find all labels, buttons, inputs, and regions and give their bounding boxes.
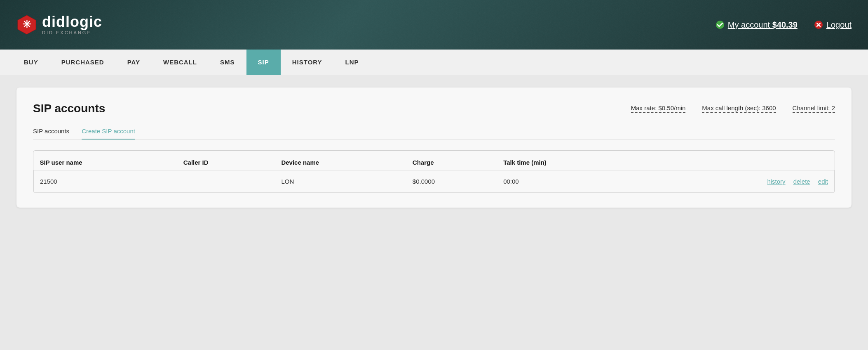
header: ✳ didlogic DID EXCHANGE My account $40.3… [0,0,868,50]
account-label: My account $40.39 [728,20,798,30]
nav-pay[interactable]: PAY [116,50,152,75]
nav-sms[interactable]: SMS [209,50,246,75]
max-rate-stat[interactable]: Max rate: $0.50/min [631,104,686,113]
sip-card: SIP accounts Max rate: $0.50/min Max cal… [16,88,852,208]
col-charge: Charge [406,155,497,170]
sip-table: SIP user name Caller ID Device name Char… [33,155,835,193]
main-content: SIP accounts Max rate: $0.50/min Max cal… [0,75,868,220]
svg-text:✳: ✳ [22,18,31,31]
x-icon [814,20,823,29]
cell-talk-time: 00:00 [497,170,642,193]
logo: ✳ didlogic DID EXCHANGE [16,14,102,35]
tab-create-sip[interactable]: Create SIP account [82,128,135,140]
max-call-length-stat[interactable]: Max call length (sec): 3600 [702,104,776,113]
cell-device-name: LON [275,170,406,193]
card-tabs: SIP accounts Create SIP account [33,128,835,140]
col-talk-time: Talk time (min) [497,155,642,170]
edit-link[interactable]: edit [818,178,828,185]
table-header-row: SIP user name Caller ID Device name Char… [34,155,835,170]
nav-lnp[interactable]: LNP [334,50,371,75]
col-actions [643,155,835,170]
card-header: SIP accounts Max rate: $0.50/min Max cal… [33,102,835,115]
table-body: 21500 LON $0.0000 00:00 history delete e… [34,170,835,193]
nav-sip[interactable]: SIP [246,50,281,75]
my-account-link[interactable]: My account $40.39 [716,20,798,30]
account-balance: $40.39 [772,20,798,29]
cell-charge: $0.0000 [406,170,497,193]
nav-webcall[interactable]: WEBCALL [152,50,209,75]
cell-sip-user-name: 21500 [34,170,177,193]
col-device-name: Device name [275,155,406,170]
nav-buy[interactable]: BUY [12,50,50,75]
table-head: SIP user name Caller ID Device name Char… [34,155,835,170]
nav-purchased[interactable]: PURCHASED [50,50,116,75]
tab-sip-accounts[interactable]: SIP accounts [33,128,69,140]
channel-limit-stat[interactable]: Channel limit: 2 [793,104,835,113]
check-icon [716,20,725,29]
nav-history[interactable]: HISTORY [281,50,334,75]
col-sip-user-name: SIP user name [34,155,177,170]
delete-link[interactable]: delete [793,178,810,185]
logout-label: Logout [826,20,852,30]
logo-text: didlogic DID EXCHANGE [42,14,102,35]
history-link[interactable]: history [767,178,785,185]
main-nav: BUY PURCHASED PAY WEBCALL SMS SIP HISTOR… [0,50,868,75]
header-right: My account $40.39 Logout [716,20,852,30]
logo-icon: ✳ [16,14,37,35]
logo-name: didlogic [42,14,102,29]
table-row: 21500 LON $0.0000 00:00 history delete e… [34,170,835,193]
card-stats: Max rate: $0.50/min Max call length (sec… [631,104,835,113]
card-title: SIP accounts [33,102,105,115]
logo-subtitle: DID EXCHANGE [42,30,102,35]
sip-table-wrapper: SIP user name Caller ID Device name Char… [33,150,835,193]
logout-link[interactable]: Logout [814,20,852,30]
cell-actions: history delete edit [643,170,835,193]
cell-caller-id [177,170,275,193]
col-caller-id: Caller ID [177,155,275,170]
